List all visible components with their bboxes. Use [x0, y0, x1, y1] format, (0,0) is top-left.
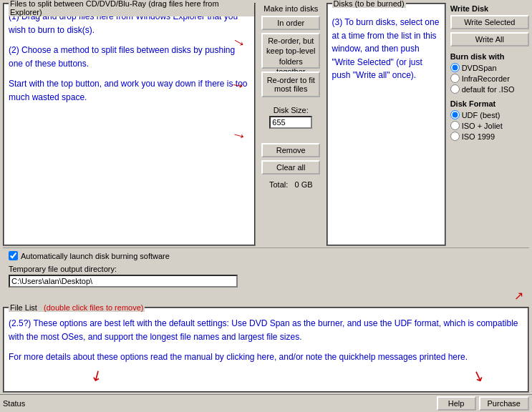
radio-udf-input[interactable]: [450, 110, 460, 119]
arrow-file-left: ↙: [87, 365, 106, 386]
radio-iso-1999[interactable]: ISO 1999: [450, 132, 529, 141]
options-area: Automatically launch disk burning softwa…: [3, 247, 529, 305]
file-list-line2: For more details about these options rea…: [9, 350, 523, 364]
disks-panel: Disks (to be burned) (3) To burn disks, …: [327, 3, 446, 246]
arrow-2: →: [228, 74, 247, 95]
radio-default-iso-input[interactable]: [450, 84, 460, 94]
auto-launch-label: Automatically launch disk burning softwa…: [21, 252, 170, 260]
auto-launch-row: Automatically launch disk burning softwa…: [3, 247, 529, 263]
remove-button[interactable]: Remove: [261, 143, 320, 157]
help-button[interactable]: Help: [437, 396, 476, 411]
radio-iso-joliet-input[interactable]: [450, 121, 460, 130]
file-list-line1: (2.5?) These options are best left with …: [9, 317, 523, 343]
radio-infrarecorder-input[interactable]: [450, 74, 460, 83]
burn-disk-label: Burn disk with: [450, 52, 529, 61]
temp-dir-label: Temporary file output directory:: [9, 265, 523, 273]
in-order-button[interactable]: In order: [261, 16, 320, 30]
status-buttons: Help Purchase: [437, 396, 529, 411]
make-disks-panel: Make into disks In order Re-order, but k…: [257, 3, 324, 246]
files-panel-content: (1) Drag and drop files here from Window…: [9, 10, 250, 104]
arrow-temp: ↗: [9, 289, 523, 303]
radio-dvdspan[interactable]: DVDSpan: [450, 63, 529, 72]
temp-dir-section: Temporary file output directory: ↗: [3, 263, 529, 305]
file-list-hint: (double click files to remove): [44, 303, 143, 312]
radio-iso-1999-input[interactable]: [450, 132, 460, 141]
write-disk-panel: Write Disk Write Selected Write All Burn…: [448, 3, 529, 246]
arrow-3: →: [229, 124, 249, 147]
disks-panel-content: (3) To burn disks, select one at a time …: [332, 16, 440, 82]
disk-format-radio-group: UDF (best) ISO + Joliet ISO 1999: [450, 110, 529, 141]
radio-udf[interactable]: UDF (best): [450, 110, 529, 119]
files-content-line2: (2) Choose a method to split files betwe…: [9, 44, 250, 70]
radio-dvdspan-input[interactable]: [450, 63, 460, 72]
files-content-line3: Start with the top button, and work you …: [9, 77, 250, 104]
disks-panel-legend: Disks (to be burned): [332, 0, 406, 8]
top-area: Files to split between CD/DVD/Blu-Ray (d…: [0, 0, 532, 247]
write-selected-button[interactable]: Write Selected: [450, 15, 529, 29]
make-disks-title: Make into disks: [263, 4, 318, 13]
disk-size-input[interactable]: [269, 116, 312, 129]
auto-launch-checkbox[interactable]: [9, 251, 18, 260]
purchase-button[interactable]: Purchase: [479, 396, 529, 411]
disk-size-label: Disk Size:: [274, 106, 309, 114]
reorder-fit-button[interactable]: Re-order to fit most files: [261, 72, 320, 97]
temp-dir-input[interactable]: [9, 275, 238, 288]
file-list-content: (2.5?) These options are best left with …: [9, 317, 523, 364]
files-panel: Files to split between CD/DVD/Blu-Ray (d…: [3, 3, 256, 246]
disk-format-label: Disk Format: [450, 99, 529, 108]
burn-disk-radio-group: DVDSpan InfraRecorder default for .ISO: [450, 63, 529, 94]
write-all-button[interactable]: Write All: [450, 32, 529, 46]
radio-default-iso[interactable]: default for .ISO: [450, 84, 529, 94]
total-label: Total: 0 GB: [269, 180, 313, 189]
write-disk-title: Write Disk: [450, 4, 529, 13]
file-list-legend: File List (double click files to remove): [9, 303, 145, 312]
radio-iso-joliet[interactable]: ISO + Joliet: [450, 121, 529, 130]
status-bar: Status Help Purchase: [0, 394, 532, 412]
radio-infrarecorder[interactable]: InfraRecorder: [450, 74, 529, 83]
files-panel-legend: Files to split between CD/DVD/Blu-Ray (d…: [9, 0, 254, 16]
status-text: Status: [3, 399, 25, 408]
clear-all-button[interactable]: Clear all: [261, 160, 320, 175]
app-window: Files to split between CD/DVD/Blu-Ray (d…: [0, 0, 532, 412]
reorder-top-button[interactable]: Re-order, but keep top-level folders tog…: [261, 33, 320, 69]
file-list-panel: File List (double click files to remove)…: [3, 307, 529, 393]
arrow-file-right: ↘: [470, 366, 487, 386]
